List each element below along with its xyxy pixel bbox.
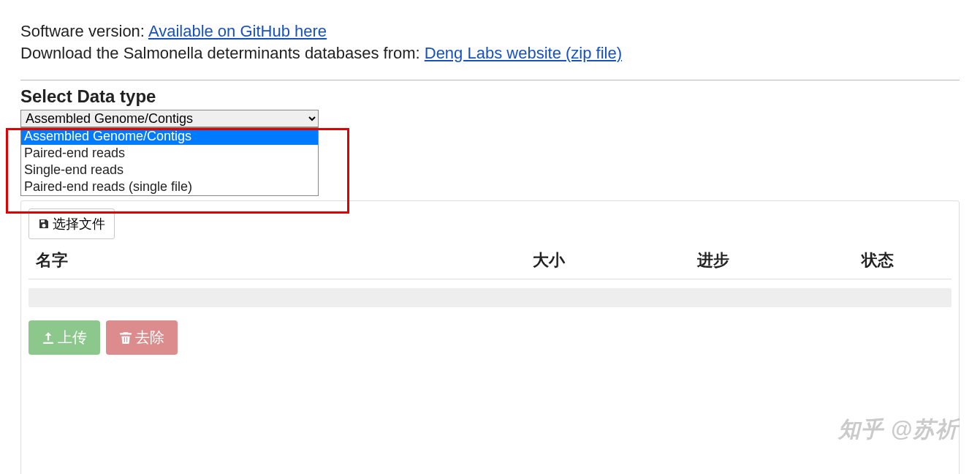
choose-file-label: 选择文件 <box>53 215 105 233</box>
upload-button[interactable]: 上传 <box>29 320 100 355</box>
download-db-line: Download the Salmonella determinants dat… <box>20 42 960 64</box>
github-link[interactable]: Available on GitHub here <box>148 22 327 40</box>
upload-label: 上传 <box>58 328 87 347</box>
trash-icon <box>119 331 132 345</box>
file-table-header: 名字 大小 进步 状态 <box>29 244 951 279</box>
option-paired-end[interactable]: Paired-end reads <box>21 145 318 162</box>
divider <box>20 80 960 80</box>
data-type-dropdown: Assembled Genome/Contigs Paired-end read… <box>20 127 319 196</box>
software-version-line: Software version: Available on GitHub he… <box>20 20 960 42</box>
col-header-size: 大小 <box>533 249 697 271</box>
col-header-progress: 进步 <box>697 249 862 271</box>
deng-labs-link[interactable]: Deng Labs website (zip file) <box>425 44 622 62</box>
select-data-type-title: Select Data type <box>20 86 960 107</box>
download-db-label: Download the Salmonella determinants dat… <box>20 44 425 62</box>
col-header-name: 名字 <box>36 249 533 271</box>
remove-label: 去除 <box>135 328 164 347</box>
software-version-label: Software version: <box>20 22 148 40</box>
upload-icon <box>42 331 55 345</box>
col-header-status: 状态 <box>862 249 944 271</box>
remove-button[interactable]: 去除 <box>106 320 178 355</box>
data-type-select[interactable]: Assembled Genome/Contigs <box>20 110 319 127</box>
choose-file-button[interactable]: 选择文件 <box>29 208 115 239</box>
option-paired-end-single-file[interactable]: Paired-end reads (single file) <box>21 178 318 195</box>
queue-progress-bar <box>29 288 951 307</box>
option-single-end[interactable]: Single-end reads <box>21 162 318 178</box>
save-icon <box>38 218 50 230</box>
file-upload-panel: 选择文件 名字 大小 进步 状态 上传 去除 <box>20 200 960 474</box>
option-assembled-genome[interactable]: Assembled Genome/Contigs <box>21 128 318 145</box>
